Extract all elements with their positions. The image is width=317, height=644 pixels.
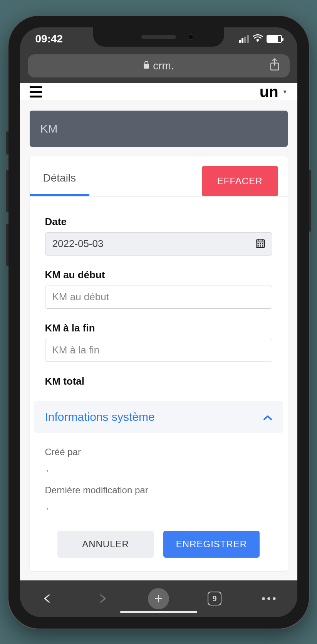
date-input[interactable]: [45, 232, 272, 256]
system-info-collapse[interactable]: Informations système: [34, 401, 283, 433]
km-end-label: KM à la fin: [45, 322, 272, 334]
save-button[interactable]: ENREGISTRER: [163, 531, 260, 558]
logo-dropdown[interactable]: un ▼: [260, 83, 288, 101]
svg-rect-0: [144, 64, 149, 69]
created-by-label: Créé par: [45, 447, 272, 457]
speaker: [141, 35, 176, 39]
km-total-label: KM total: [45, 375, 272, 387]
share-icon[interactable]: [269, 58, 280, 74]
side-button: [6, 224, 8, 266]
screen: 09:42 crm.: [20, 27, 297, 617]
tab-count-badge: 9: [208, 592, 221, 605]
battery-icon: [267, 35, 282, 43]
url-text: crm.: [153, 60, 174, 72]
app-content: un ▼ KM Détails EFFACER Date: [20, 83, 297, 580]
erase-button[interactable]: EFFACER: [202, 166, 278, 196]
field-km-end: KM à la fin: [45, 322, 272, 362]
system-info-body: Créé par , Dernière modification par ,: [30, 447, 288, 511]
field-date: Date: [45, 216, 272, 256]
system-info-label: Informations système: [45, 410, 155, 424]
page-title-bar: KM: [30, 111, 288, 147]
tab-details[interactable]: Détails: [30, 166, 90, 196]
new-tab-button[interactable]: +: [148, 588, 169, 609]
logo-text: un: [260, 83, 278, 101]
lock-icon: [143, 61, 150, 71]
phone-frame: 09:42 crm.: [8, 16, 309, 629]
url-bar[interactable]: crm.: [28, 54, 290, 77]
modified-by-value: ,: [45, 501, 272, 511]
created-by-value: ,: [45, 463, 272, 473]
km-start-input[interactable]: [45, 286, 272, 309]
forward-button[interactable]: [93, 589, 112, 608]
action-buttons: ANNULER ENREGISTRER: [30, 523, 288, 558]
side-button: [309, 170, 311, 232]
back-button[interactable]: [38, 589, 57, 608]
app-header: un ▼: [20, 83, 297, 101]
front-camera: [188, 34, 193, 40]
date-label: Date: [45, 216, 272, 228]
caret-down-icon: ▼: [282, 89, 288, 95]
side-button: [6, 131, 8, 155]
signal-icon: [239, 35, 249, 43]
card-header: Détails EFFACER: [30, 166, 288, 197]
page-title: KM: [40, 122, 58, 135]
details-card: Détails EFFACER Date KM: [30, 156, 288, 571]
hamburger-menu-icon[interactable]: [30, 86, 42, 98]
notch: [93, 27, 224, 47]
km-end-input[interactable]: [45, 339, 272, 362]
side-button: [6, 170, 8, 212]
field-km-start: KM au début: [45, 269, 272, 309]
cancel-button[interactable]: ANNULER: [57, 531, 154, 558]
wifi-icon: [253, 34, 263, 44]
form: Date KM au début KM à la fin: [30, 216, 288, 387]
tabs-button[interactable]: 9: [205, 589, 224, 608]
more-menu-button[interactable]: •••: [260, 589, 279, 608]
status-icons: [239, 34, 282, 44]
chevron-up-icon: [263, 410, 272, 424]
modified-by-label: Dernière modification par: [45, 485, 272, 496]
field-km-total: KM total: [45, 375, 272, 387]
km-start-label: KM au début: [45, 269, 272, 281]
status-time: 09:42: [35, 33, 63, 45]
home-indicator[interactable]: [120, 611, 197, 613]
